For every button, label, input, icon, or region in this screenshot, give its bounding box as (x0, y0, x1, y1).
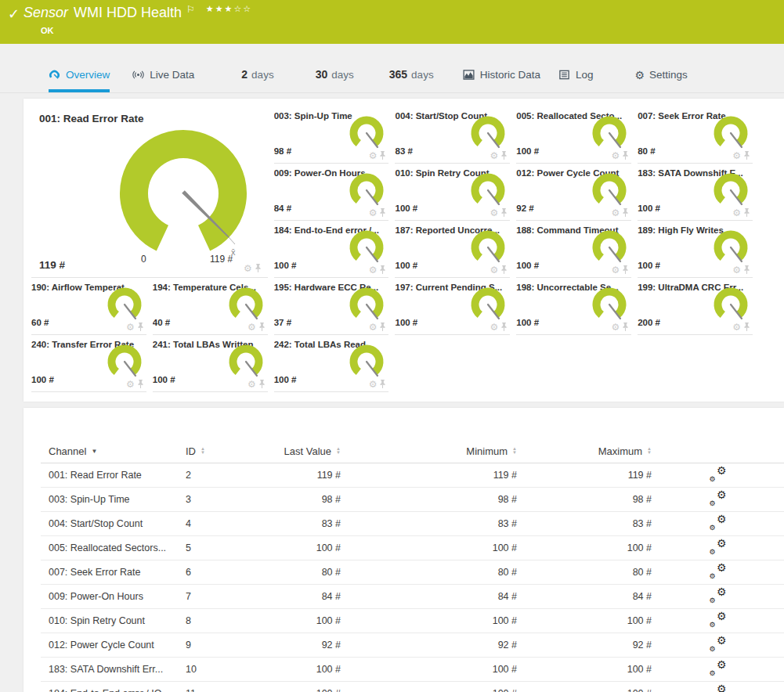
column-header-maximum[interactable]: Maximum ▲▼ (517, 439, 652, 463)
tab-2-days[interactable]: 2 days (241, 68, 273, 92)
channel-gear-icon[interactable]: ⚙ (611, 151, 620, 160)
channel-gear-icon[interactable]: ⚙ (611, 323, 620, 332)
pin-icon[interactable] (255, 263, 262, 273)
pin-icon[interactable] (137, 379, 144, 389)
channel-gear-icon[interactable]: ⚙ (126, 323, 135, 332)
pin-icon[interactable] (379, 379, 386, 389)
rating-stars[interactable]: ★★★☆☆ (206, 4, 252, 13)
priority-flag-icon[interactable]: ⚐ (186, 4, 195, 15)
channel-gear-icon[interactable]: ⚙ (732, 208, 741, 218)
gauge-value: 100 # (153, 375, 175, 384)
primary-gauge-cell[interactable]: x̄ 001: Read Error Rate 0 119 # 119 # ⚙ (31, 106, 268, 278)
column-header-channel[interactable]: Channel ▼ (41, 439, 186, 463)
channel-gear-icon[interactable]: ⚙ (247, 380, 256, 389)
channel-gear-icon[interactable]: ⚙ (247, 323, 256, 332)
column-header-last-value[interactable]: Last Value ▲▼ (262, 439, 341, 463)
pin-icon[interactable] (500, 265, 508, 275)
pin-icon[interactable] (743, 265, 750, 275)
gauge-value: 92 # (516, 204, 533, 213)
star-icon[interactable]: ★ (206, 4, 215, 13)
star-icon[interactable]: ☆ (243, 4, 252, 13)
pin-icon[interactable] (379, 150, 386, 160)
pin-icon[interactable] (500, 207, 508, 218)
gauge-cell[interactable]: 184: End-to-End error /... 100 # ⚙ (274, 221, 389, 278)
edit-channel-gears-icon[interactable]: ⚙⚙ (710, 564, 727, 578)
gauge-cell[interactable]: 195: Hardware ECC Re... 37 # ⚙ (274, 278, 389, 335)
gauge-cell[interactable]: 187: Reported Uncorre... 100 # ⚙ (395, 221, 510, 278)
gauge-cell[interactable]: 012: Power Cycle Count 92 # ⚙ (516, 164, 631, 221)
tab-live-data[interactable]: Live Data (132, 69, 194, 92)
gauge-cell[interactable]: 240: Transfer Error Rate 100 # ⚙ (31, 335, 146, 392)
gauge-cell[interactable]: 189: High Fly Writes 100 # ⚙ (638, 221, 753, 278)
edit-channel-gears-icon[interactable]: ⚙⚙ (710, 492, 727, 506)
pin-icon[interactable] (622, 265, 629, 275)
channel-gear-icon[interactable]: ⚙ (732, 151, 741, 160)
gauge-cell[interactable]: 190: Airflow Temperat... 60 # ⚙ (31, 278, 146, 335)
channel-gear-icon[interactable]: ⚙ (369, 323, 378, 332)
channel-gear-icon[interactable]: ⚙ (369, 265, 378, 275)
tab-settings[interactable]: ⚙ Settings (634, 69, 687, 92)
edit-channel-gears-icon[interactable]: ⚙⚙ (710, 686, 727, 692)
channel-gear-icon[interactable]: ⚙ (611, 208, 620, 218)
edit-channel-gears-icon[interactable]: ⚙⚙ (710, 589, 727, 603)
channel-gear-icon[interactable]: ⚙ (244, 264, 252, 273)
edit-channel-gears-icon[interactable]: ⚙⚙ (710, 661, 727, 676)
channel-gear-icon[interactable]: ⚙ (732, 265, 741, 275)
sort-desc-icon: ▼ (91, 448, 97, 455)
pin-icon[interactable] (137, 322, 144, 332)
pin-icon[interactable] (622, 322, 629, 332)
edit-channel-gears-icon[interactable]: ⚙⚙ (710, 613, 727, 627)
channel-gear-icon[interactable]: ⚙ (732, 323, 741, 332)
column-header-id[interactable]: ID ▲▼ (186, 439, 262, 463)
gauge-cell[interactable]: 009: Power-On Hours 84 # ⚙ (274, 164, 389, 221)
gauge-cell[interactable]: 007: Seek Error Rate 80 # ⚙ (638, 106, 753, 164)
gauge-cell[interactable]: 004: Start/Stop Count 83 # ⚙ (395, 106, 510, 164)
gauge-cell[interactable]: 241: Total LBAs Written 100 # ⚙ (153, 335, 268, 392)
gauge-cell[interactable]: 198: Uncorrectable Se... 100 # ⚙ (516, 278, 631, 335)
pin-icon[interactable] (258, 379, 266, 389)
pin-icon[interactable] (622, 150, 629, 160)
channel-gear-icon[interactable]: ⚙ (369, 151, 378, 160)
pin-icon[interactable] (500, 322, 508, 332)
channel-gear-icon[interactable]: ⚙ (369, 208, 378, 218)
pin-icon[interactable] (743, 322, 750, 332)
gauge-cell[interactable]: 194: Temperature Cels... 40 # ⚙ (153, 278, 268, 335)
star-icon[interactable]: ☆ (233, 4, 243, 13)
channel-gear-icon[interactable]: ⚙ (490, 323, 499, 332)
pin-icon[interactable] (622, 207, 629, 218)
star-icon[interactable]: ★ (225, 4, 234, 13)
gauge-cell[interactable]: 188: Command Timeout 100 # ⚙ (516, 221, 631, 278)
pin-icon[interactable] (379, 322, 386, 332)
pin-icon[interactable] (379, 265, 386, 275)
channel-gear-icon[interactable]: ⚙ (490, 151, 499, 160)
star-icon[interactable]: ★ (215, 4, 225, 13)
edit-channel-gears-icon[interactable]: ⚙⚙ (710, 637, 727, 651)
channel-gear-icon[interactable]: ⚙ (611, 265, 620, 275)
gauge-cell[interactable]: 010: Spin Retry Count 100 # ⚙ (395, 164, 510, 221)
gauge-cell[interactable]: 242: Total LBAs Read 100 # ⚙ (274, 335, 389, 392)
pin-icon[interactable] (743, 150, 750, 160)
gauge-cell[interactable]: 197: Current Pending S... 100 # ⚙ (395, 278, 510, 335)
pin-icon[interactable] (500, 150, 508, 160)
channel-gear-icon[interactable]: ⚙ (369, 380, 378, 389)
tab-historic-data[interactable]: Historic Data (463, 69, 540, 92)
tab-365-days[interactable]: 365 days (389, 68, 434, 92)
tab-overview[interactable]: Overview (49, 69, 110, 92)
pin-icon[interactable] (258, 322, 266, 332)
gauge-cell[interactable]: 005: Reallocated Secto... 100 # ⚙ (516, 106, 631, 164)
channel-gear-icon[interactable]: ⚙ (490, 208, 499, 218)
tab-30-days[interactable]: 30 days (316, 68, 354, 92)
gauge-cell[interactable]: 003: Spin-Up Time 98 # ⚙ (274, 106, 389, 164)
pin-icon[interactable] (743, 207, 750, 218)
pin-icon[interactable] (379, 207, 386, 218)
channel-gear-icon[interactable]: ⚙ (490, 265, 499, 275)
tab-log[interactable]: Log (558, 69, 594, 92)
gear-icon: ⚙ (634, 70, 645, 81)
gauge-cell[interactable]: 199: UltraDMA CRC Err... 200 # ⚙ (638, 278, 753, 335)
gauge-cell[interactable]: 183: SATA Downshift E... 100 # ⚙ (638, 164, 753, 221)
edit-channel-gears-icon[interactable]: ⚙⚙ (710, 540, 727, 554)
edit-channel-gears-icon[interactable]: ⚙⚙ (710, 516, 727, 530)
column-header-minimum[interactable]: Minimum ▲▼ (341, 439, 517, 463)
edit-channel-gears-icon[interactable]: ⚙⚙ (710, 467, 727, 481)
channel-gear-icon[interactable]: ⚙ (126, 380, 135, 389)
